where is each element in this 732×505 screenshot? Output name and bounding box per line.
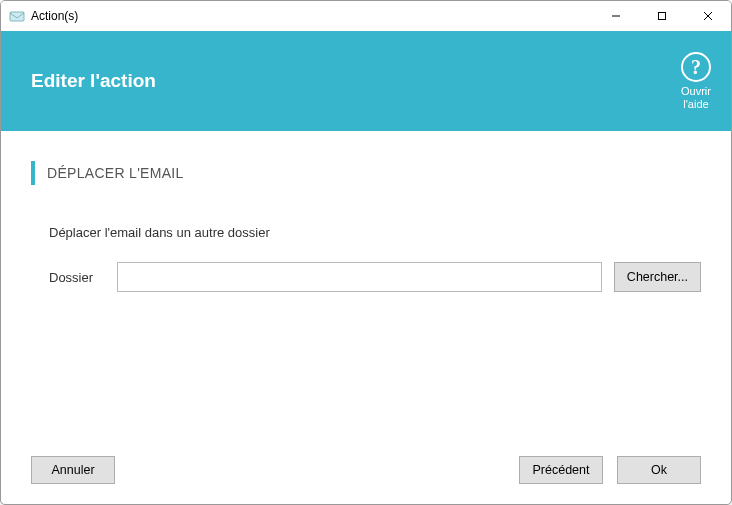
window: Action(s) Editer l'action ? Ouvrir l'aid…: [0, 0, 732, 505]
titlebar: Action(s): [1, 1, 731, 31]
close-button[interactable]: [685, 1, 731, 31]
folder-label: Dossier: [49, 270, 105, 285]
window-title: Action(s): [31, 9, 78, 23]
section-heading: DÉPLACER L'EMAIL: [31, 161, 701, 185]
help-icon: ?: [681, 52, 711, 82]
svg-rect-1: [659, 13, 666, 20]
content: DÉPLACER L'EMAIL Déplacer l'email dans u…: [1, 131, 731, 444]
help-button[interactable]: ? Ouvrir l'aide: [681, 52, 711, 109]
ok-button[interactable]: Ok: [617, 456, 701, 484]
section-description: Déplacer l'email dans un autre dossier: [49, 225, 701, 240]
accent-bar: [31, 161, 35, 185]
folder-input[interactable]: [117, 262, 602, 292]
folder-row: Dossier Chercher...: [49, 262, 701, 292]
browse-button[interactable]: Chercher...: [614, 262, 701, 292]
help-label-line2: l'aide: [681, 98, 711, 110]
maximize-button[interactable]: [639, 1, 685, 31]
minimize-button[interactable]: [593, 1, 639, 31]
footer: Annuler Précédent Ok: [1, 444, 731, 504]
section-title: DÉPLACER L'EMAIL: [47, 165, 184, 181]
previous-button[interactable]: Précédent: [519, 456, 603, 484]
svg-rect-0: [10, 12, 24, 21]
app-icon: [9, 8, 25, 24]
window-controls: [593, 1, 731, 31]
cancel-button[interactable]: Annuler: [31, 456, 115, 484]
help-label-line1: Ouvrir: [681, 85, 711, 97]
header: Editer l'action ? Ouvrir l'aide: [1, 31, 731, 131]
page-title: Editer l'action: [31, 70, 156, 92]
